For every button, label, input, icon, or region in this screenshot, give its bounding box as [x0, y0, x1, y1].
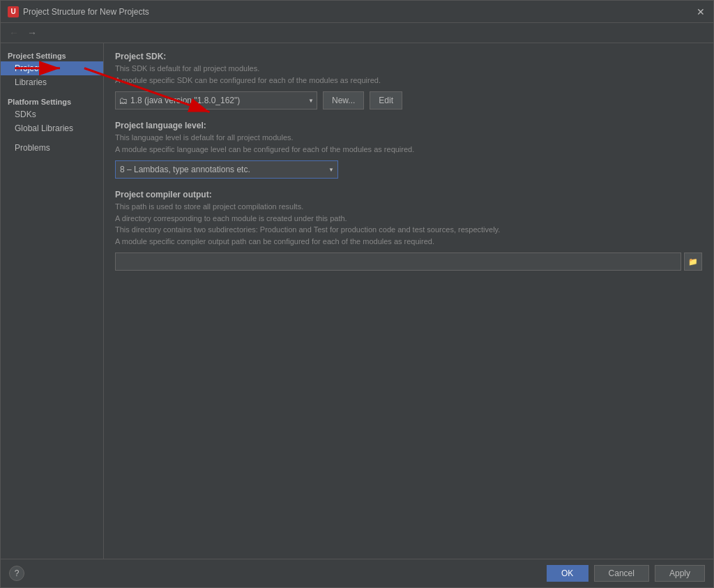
- sdk-section-desc1: This SDK is default for all project modu…: [115, 63, 702, 86]
- nav-bar: ← →: [1, 23, 713, 43]
- sidebar-item-libraries[interactable]: Libraries: [1, 75, 103, 89]
- language-section-desc: This language level is default for all p…: [115, 132, 702, 155]
- language-select[interactable]: 8 – Lambdas, type annotations etc.: [115, 160, 338, 179]
- sidebar-item-problems[interactable]: Problems: [1, 141, 103, 155]
- dialog-title: Project Structure for New Projects: [23, 7, 149, 17]
- sdk-value: 1.8 (java version "1.8.0_162"): [130, 96, 240, 105]
- sidebar: Project Settings Project Libraries Platf…: [1, 43, 104, 559]
- browse-button[interactable]: 📁: [684, 252, 702, 271]
- new-sdk-button[interactable]: New...: [323, 91, 364, 110]
- compiler-section-title: Project compiler output:: [115, 190, 702, 199]
- sdk-section-title: Project SDK:: [115, 52, 702, 61]
- compiler-section-desc: This path is used to store all project c…: [115, 201, 702, 247]
- sidebar-item-sdks[interactable]: SDKs: [1, 107, 103, 121]
- sidebar-item-global-libraries[interactable]: Global Libraries: [1, 121, 103, 135]
- ok-button[interactable]: OK: [547, 565, 588, 582]
- title-bar: U Project Structure for New Projects ✕: [1, 1, 713, 23]
- edit-sdk-button[interactable]: Edit: [370, 91, 402, 110]
- bottom-bar: ? OK Cancel Apply: [1, 559, 713, 587]
- sidebar-item-project[interactable]: Project: [1, 61, 103, 75]
- bottom-right-buttons: OK Cancel Apply: [547, 565, 705, 582]
- sdk-row: 🗂 1.8 (java version "1.8.0_162") ▼ New..…: [115, 91, 702, 110]
- forward-button[interactable]: →: [24, 26, 40, 40]
- browse-icon: 📁: [688, 257, 698, 266]
- sdk-icon: 🗂: [119, 96, 128, 106]
- project-settings-label: Project Settings: [1, 49, 103, 61]
- cancel-button[interactable]: Cancel: [594, 565, 649, 582]
- compiler-output-row: 📁: [115, 252, 702, 271]
- help-button[interactable]: ?: [9, 566, 24, 581]
- language-select-wrapper: 8 – Lambdas, type annotations etc.: [115, 160, 338, 179]
- close-button[interactable]: ✕: [695, 6, 706, 17]
- compiler-output-input[interactable]: [115, 252, 681, 271]
- main-panel: Project SDK: This SDK is default for all…: [104, 43, 713, 559]
- sdk-chevron-icon: ▼: [308, 98, 314, 104]
- platform-settings-label: Platform Settings: [1, 95, 103, 107]
- app-icon: U: [8, 6, 19, 17]
- back-button[interactable]: ←: [6, 26, 22, 40]
- language-section-title: Project language level:: [115, 121, 702, 130]
- apply-button[interactable]: Apply: [655, 565, 705, 582]
- sdk-select-display[interactable]: 🗂 1.8 (java version "1.8.0_162") ▼: [115, 91, 317, 110]
